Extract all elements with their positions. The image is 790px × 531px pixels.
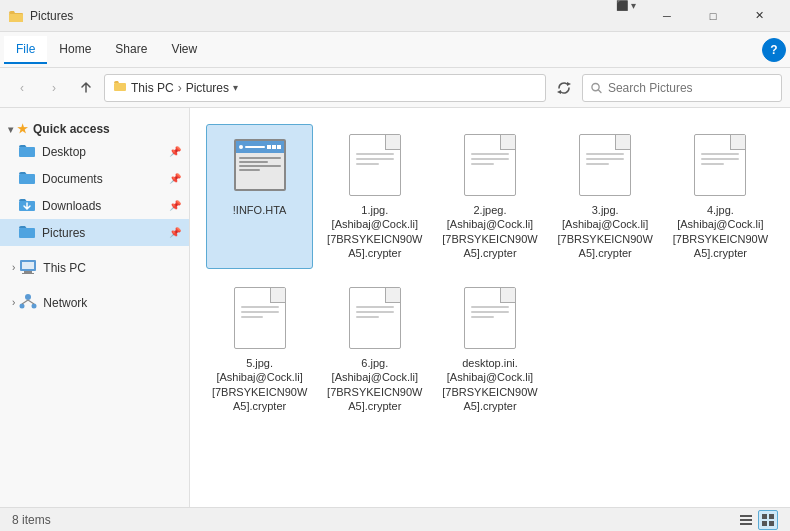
- sidebar-item-pictures[interactable]: Pictures 📌: [0, 219, 189, 246]
- content-area: !INFO.HTA 1.jpg.[Ashibaj@Cock.li][7BRSYK…: [190, 108, 790, 507]
- documents-folder-icon: [18, 169, 36, 188]
- help-button[interactable]: ?: [762, 38, 786, 62]
- file-item[interactable]: 2.jpeg.[Ashibaj@Cock.li][7BRSYKEICN90WA5…: [436, 124, 543, 269]
- status-bar: 8 items: [0, 507, 790, 531]
- quick-access-header[interactable]: ▾ ★ Quick access: [0, 116, 189, 138]
- svg-rect-24: [769, 514, 774, 519]
- svg-rect-14: [22, 273, 34, 274]
- file-icon: [343, 133, 407, 197]
- svg-rect-20: [740, 515, 752, 517]
- doc-icon: [464, 134, 516, 196]
- file-item[interactable]: !INFO.HTA: [206, 124, 313, 269]
- network-expand-arrow: ›: [12, 297, 15, 308]
- forward-button[interactable]: ›: [40, 74, 68, 102]
- downloads-folder-icon: [18, 196, 36, 215]
- svg-line-6: [598, 89, 601, 92]
- svg-rect-8: [19, 174, 35, 184]
- main-layout: ▾ ★ Quick access Desktop 📌 Documents 📌: [0, 108, 790, 507]
- pin-icon-pictures: 📌: [169, 227, 181, 238]
- path-this-pc[interactable]: This PC: [131, 81, 174, 95]
- svg-rect-13: [24, 271, 32, 273]
- refresh-button[interactable]: [550, 74, 578, 102]
- hta-icon: [234, 139, 286, 191]
- address-path[interactable]: This PC › Pictures ▾: [104, 74, 546, 102]
- file-item[interactable]: 5.jpg.[Ashibaj@Cock.li][7BRSYKEICN90WA5]…: [206, 277, 313, 422]
- svg-rect-23: [762, 514, 767, 519]
- file-icon: [343, 286, 407, 350]
- doc-icon: [694, 134, 746, 196]
- file-item[interactable]: 3.jpg.[Ashibaj@Cock.li][7BRSYKEICN90WA5]…: [552, 124, 659, 269]
- doc-icon: [464, 287, 516, 349]
- file-icon: [228, 133, 292, 197]
- pin-icon-documents: 📌: [169, 173, 181, 184]
- file-item[interactable]: 6.jpg.[Ashibaj@Cock.li][7BRSYKEICN90WA5]…: [321, 277, 428, 422]
- grid-view-button[interactable]: [758, 510, 778, 530]
- tab-home[interactable]: Home: [47, 36, 103, 64]
- pictures-label: Pictures: [42, 226, 165, 240]
- svg-marker-3: [567, 82, 571, 86]
- thispc-expand-arrow: ›: [12, 262, 15, 273]
- file-name: desktop.ini.[Ashibaj@Cock.li][7BRSYKEICN…: [441, 356, 538, 413]
- thispc-label: This PC: [43, 261, 181, 275]
- view-toggle: [736, 510, 778, 530]
- svg-rect-12: [22, 262, 34, 269]
- doc-icon: [234, 287, 286, 349]
- svg-rect-1: [9, 14, 23, 22]
- minimize-button[interactable]: ─: [644, 0, 690, 32]
- file-icon: [688, 133, 752, 197]
- file-name: 1.jpg.[Ashibaj@Cock.li][7BRSYKEICN90WA5]…: [326, 203, 423, 260]
- sidebar-item-documents[interactable]: Documents 📌: [0, 165, 189, 192]
- file-name: 6.jpg.[Ashibaj@Cock.li][7BRSYKEICN90WA5]…: [326, 356, 423, 413]
- svg-point-17: [32, 304, 37, 309]
- network-icon: [19, 293, 37, 312]
- pictures-folder-icon: [18, 223, 36, 242]
- expand-arrow: ▾: [8, 124, 13, 135]
- svg-line-18: [22, 300, 28, 304]
- svg-point-16: [20, 304, 25, 309]
- sidebar-item-network[interactable]: › Network: [0, 289, 189, 316]
- svg-rect-10: [19, 228, 35, 238]
- quick-toolbar[interactable]: ⬛ ▾: [616, 0, 636, 32]
- file-item[interactable]: 1.jpg.[Ashibaj@Cock.li][7BRSYKEICN90WA5]…: [321, 124, 428, 269]
- svg-marker-4: [557, 90, 561, 94]
- back-button[interactable]: ‹: [8, 74, 36, 102]
- network-label: Network: [43, 296, 181, 310]
- file-icon: [228, 286, 292, 350]
- item-count: 8 items: [12, 513, 51, 527]
- title-bar: Pictures ⬛ ▾ ─ □ ✕: [0, 0, 790, 32]
- tab-share[interactable]: Share: [103, 36, 159, 64]
- close-button[interactable]: ✕: [736, 0, 782, 32]
- svg-rect-26: [769, 521, 774, 526]
- search-box[interactable]: [582, 74, 782, 102]
- pin-icon-downloads: 📌: [169, 200, 181, 211]
- sidebar-item-downloads[interactable]: Downloads 📌: [0, 192, 189, 219]
- file-name: 3.jpg.[Ashibaj@Cock.li][7BRSYKEICN90WA5]…: [557, 203, 654, 260]
- doc-icon: [349, 287, 401, 349]
- search-input[interactable]: [608, 81, 773, 95]
- window-icon: [8, 8, 24, 24]
- file-name: !INFO.HTA: [233, 203, 287, 217]
- sidebar-item-thispc[interactable]: › This PC: [0, 254, 189, 281]
- svg-rect-25: [762, 521, 767, 526]
- window-controls: ⬛ ▾ ─ □ ✕: [616, 0, 782, 32]
- svg-rect-22: [740, 523, 752, 525]
- sidebar-item-desktop[interactable]: Desktop 📌: [0, 138, 189, 165]
- window-title: Pictures: [30, 9, 616, 23]
- search-icon: [591, 82, 602, 94]
- file-name: 4.jpg.[Ashibaj@Cock.li][7BRSYKEICN90WA5]…: [672, 203, 769, 260]
- svg-rect-2: [114, 83, 126, 91]
- doc-icon: [349, 134, 401, 196]
- address-bar: ‹ › This PC › Pictures ▾: [0, 68, 790, 108]
- tab-file[interactable]: File: [4, 36, 47, 64]
- path-pictures[interactable]: Pictures: [186, 81, 229, 95]
- tab-view[interactable]: View: [159, 36, 209, 64]
- list-view-button[interactable]: [736, 510, 756, 530]
- file-name: 5.jpg.[Ashibaj@Cock.li][7BRSYKEICN90WA5]…: [211, 356, 308, 413]
- thispc-icon: [19, 258, 37, 277]
- svg-line-19: [28, 300, 34, 304]
- up-button[interactable]: [72, 74, 100, 102]
- file-name: 2.jpeg.[Ashibaj@Cock.li][7BRSYKEICN90WA5…: [441, 203, 538, 260]
- file-item[interactable]: desktop.ini.[Ashibaj@Cock.li][7BRSYKEICN…: [436, 277, 543, 422]
- restore-button[interactable]: □: [690, 0, 736, 32]
- file-item[interactable]: 4.jpg.[Ashibaj@Cock.li][7BRSYKEICN90WA5]…: [667, 124, 774, 269]
